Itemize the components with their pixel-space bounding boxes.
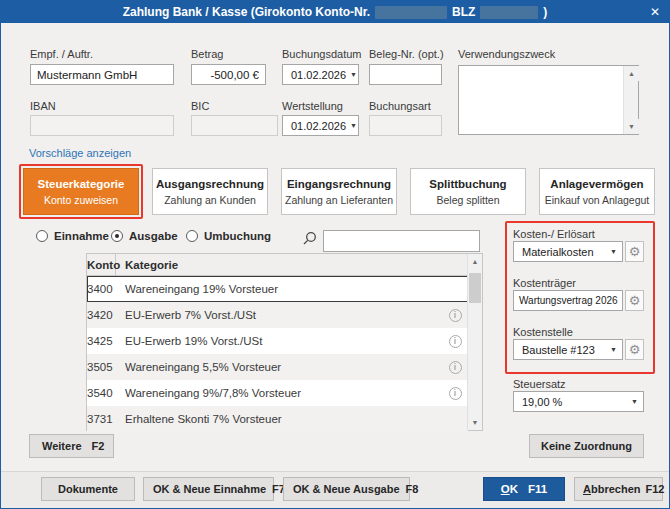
iban-label: IBAN xyxy=(30,100,56,112)
kostenstelle-value: Baustelle #123 xyxy=(522,344,595,356)
close-icon[interactable]: ✕ xyxy=(650,4,660,20)
empf-field[interactable]: Mustermann GmbH xyxy=(30,64,174,85)
steuersatz-combo[interactable]: 19,00 % ▼ xyxy=(513,391,644,412)
kategorie-column-header[interactable]: Kategorie xyxy=(125,259,482,271)
category-eingangsrechnung-button[interactable]: Eingangsrechnung Zahlung an Lieferanten xyxy=(281,168,397,215)
chevron-down-icon[interactable]: ▼ xyxy=(346,122,357,129)
kostenart-combo[interactable]: Materialkosten ▼ xyxy=(513,241,623,262)
kostenstelle-label: Kostenstelle xyxy=(513,326,573,338)
category-steuerkategorie-button[interactable]: Steuerkategorie Konto zuweisen xyxy=(23,168,139,215)
buchungsdatum-value: 01.02.2026 xyxy=(291,69,346,81)
category-splittbuchung-button[interactable]: Splittbuchung Beleg splitten xyxy=(410,168,526,215)
category-title: Anlagevermögen xyxy=(550,178,643,190)
vorschlaege-anzeigen-link[interactable]: Vorschläge anzeigen xyxy=(29,147,131,159)
radio-circle[interactable] xyxy=(36,230,48,242)
category-subtitle: Zahlung an Lieferanten xyxy=(285,194,393,206)
verwendungszweck-scrollbar[interactable]: ▲ ▼ xyxy=(623,66,638,134)
chevron-down-icon[interactable]: ▼ xyxy=(618,297,623,304)
chevron-down-icon[interactable]: ▼ xyxy=(346,71,357,78)
ok-button[interactable]: OK F11 xyxy=(483,477,565,501)
buchungsdatum-combo[interactable]: 01.02.2026 ▼ xyxy=(282,64,359,85)
payment-dialog: Zahlung Bank / Kasse (Girokonto Konto-Nr… xyxy=(0,0,670,509)
betrag-label: Betrag xyxy=(191,48,223,60)
kategorie-cell: EU-Erwerb 7% Vorst./USt xyxy=(125,309,442,321)
radio-circle-checked[interactable] xyxy=(111,230,123,242)
chevron-down-icon[interactable]: ▼ xyxy=(606,248,617,255)
table-header: Konto Kategorie xyxy=(87,254,482,276)
dialog-title-suffix: ) xyxy=(543,5,547,19)
category-subtitle: Beleg splitten xyxy=(436,194,499,206)
kategorie-cell: Wareneingang 9%/7,8% Vorsteuer xyxy=(125,387,442,399)
kostenstelle-combo[interactable]: Baustelle #123 ▼ xyxy=(513,339,623,360)
radio-einnahme[interactable]: Einnahme xyxy=(36,230,109,242)
radio-umbuchung[interactable]: Umbuchung xyxy=(186,230,271,242)
info-icon[interactable]: i xyxy=(449,361,462,374)
table-row[interactable]: 3425 EU-Erwerb 19% Vorst./USt i xyxy=(87,328,468,354)
konto-cell: 3425 xyxy=(87,335,116,347)
scroll-up-icon[interactable]: ▲ xyxy=(624,66,639,81)
kostentraeger-gear-icon[interactable]: ⚙ xyxy=(625,290,644,311)
kostentraeger-combo[interactable]: Wartungsvertrag 2026 ▼ xyxy=(513,290,623,311)
bic-label: BIC xyxy=(191,100,209,112)
keine-zuordnung-button[interactable]: Keine Zuordnung xyxy=(529,434,644,458)
radio-label: Ausgabe xyxy=(129,230,178,242)
table-row[interactable]: 3540 Wareneingang 9%/7,8% Vorsteuer i xyxy=(87,380,468,406)
chevron-down-icon[interactable]: ▼ xyxy=(627,398,638,405)
info-icon[interactable]: i xyxy=(449,387,462,400)
buchungsart-field xyxy=(369,115,442,136)
radio-label: Einnahme xyxy=(54,230,109,242)
annotation-highlight-steuerkategorie xyxy=(19,164,143,219)
info-icon[interactable]: i xyxy=(449,335,462,348)
category-title: Splittbuchung xyxy=(429,178,506,190)
category-ausgangsrechnung-button[interactable]: Ausgangsrechnung Zahlung an Kunden xyxy=(152,168,268,215)
table-row[interactable]: 3505 Wareneingang 5,5% Vorsteuer i xyxy=(87,354,468,380)
kategorie-cell: EU-Erwerb 19% Vorst./USt xyxy=(125,335,442,347)
dialog-title-blz: BLZ xyxy=(452,5,475,19)
category-title: Ausgangsrechnung xyxy=(156,178,264,190)
kategorie-cell: Wareneingang 19% Vorsteuer xyxy=(125,283,442,295)
kostenart-gear-icon[interactable]: ⚙ xyxy=(625,241,644,262)
category-title: Eingangsrechnung xyxy=(287,178,391,190)
category-subtitle: Einkauf von Anlagegut xyxy=(545,194,650,206)
scroll-down-icon[interactable]: ▼ xyxy=(624,119,639,134)
konto-column-header[interactable]: Konto xyxy=(87,254,116,276)
table-scrollbar[interactable]: ▲ ▼ xyxy=(467,254,482,430)
category-table: Konto Kategorie 3400 Wareneingang 19% Vo… xyxy=(86,253,483,431)
kostentraeger-value: Wartungsvertrag 2026 xyxy=(519,295,618,306)
table-row[interactable]: 3400 Wareneingang 19% Vorsteuer xyxy=(87,276,468,302)
beleg-nr-field[interactable] xyxy=(369,64,442,85)
kostenstelle-gear-icon[interactable]: ⚙ xyxy=(625,339,644,360)
ok-neue-einnahme-button[interactable]: OK & Neue Einnahme F7 xyxy=(143,477,274,501)
scrollbar-thumb[interactable] xyxy=(469,273,481,303)
weitere-shortcut: F2 xyxy=(92,440,105,452)
konto-cell: 3420 xyxy=(87,309,116,321)
ok-neue-ausgabe-button[interactable]: OK & Neue Ausgabe F8 xyxy=(283,477,410,501)
wertstellung-label: Wertstellung xyxy=(282,100,343,112)
info-icon[interactable]: i xyxy=(449,309,462,322)
ok-neue-ausgabe-shortcut: F8 xyxy=(406,483,419,495)
radio-ausgabe[interactable]: Ausgabe xyxy=(111,230,178,242)
table-row[interactable]: 3420 EU-Erwerb 7% Vorst./USt i xyxy=(87,302,468,328)
weitere-label: Weitere xyxy=(42,440,82,452)
table-row[interactable]: 3731 Erhaltene Skonti 7% Vorsteuer xyxy=(87,406,468,432)
abbrechen-label: Abbrechen xyxy=(583,483,640,495)
verwendungszweck-field[interactable]: ▲ ▼ xyxy=(458,65,639,135)
betrag-field[interactable]: -500,00 € xyxy=(191,64,266,85)
search-icon xyxy=(302,231,317,250)
dokumente-label: Dokumente xyxy=(58,483,118,495)
wertstellung-combo[interactable]: 01.02.2026 ▼ xyxy=(282,115,359,136)
chevron-down-icon[interactable]: ▼ xyxy=(606,346,617,353)
beleg-nr-label: Beleg-Nr. (opt.) xyxy=(369,48,444,60)
radio-circle[interactable] xyxy=(186,230,198,242)
search-input[interactable] xyxy=(323,230,480,252)
weitere-button[interactable]: Weitere F2 xyxy=(29,434,114,458)
abbrechen-shortcut: F12 xyxy=(645,483,664,495)
abbrechen-button[interactable]: Abbrechen F12 xyxy=(574,477,663,501)
title-bar: Zahlung Bank / Kasse (Girokonto Konto-Nr… xyxy=(1,1,669,23)
category-anlagevermoegen-button[interactable]: Anlagevermögen Einkauf von Anlagegut xyxy=(539,168,655,215)
scroll-down-icon[interactable]: ▼ xyxy=(468,415,482,430)
kostenart-label: Kosten-/ Erlösart xyxy=(513,228,595,240)
ok-neue-ausgabe-label: OK & Neue Ausgabe xyxy=(293,483,400,495)
dokumente-button[interactable]: Dokumente xyxy=(41,477,135,501)
scroll-up-icon[interactable]: ▲ xyxy=(468,254,482,269)
